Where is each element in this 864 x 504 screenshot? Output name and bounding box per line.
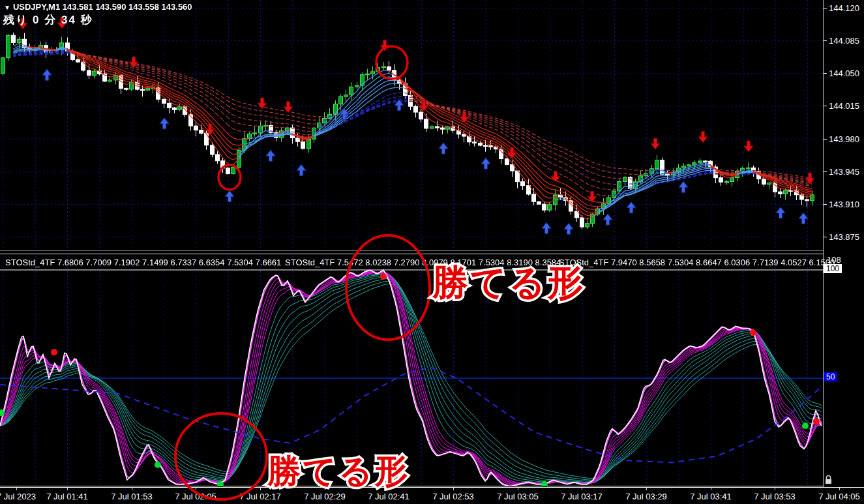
price-tick-mark bbox=[824, 8, 827, 8]
time-tick-mark bbox=[389, 488, 389, 490]
time-tick-label: 7 Jul 04:05 bbox=[818, 492, 860, 501]
time-tick-label: 7 Jul 03:53 bbox=[754, 492, 796, 501]
price-tick-mark bbox=[824, 73, 827, 74]
time-tick-mark bbox=[196, 488, 196, 490]
time-tick-mark bbox=[775, 488, 775, 490]
time-axis[interactable]: 7 Jul 20237 Jul 01:417 Jul 01:537 Jul 02… bbox=[0, 487, 864, 504]
price-tick-mark bbox=[824, 106, 827, 106]
indicator-header: STOStd_4TF 7.6806 7.7009 7.1902 7.1499 6… bbox=[5, 258, 281, 267]
panel-separator[interactable] bbox=[0, 250, 823, 251]
indicator-header: STOStd_4TF 7.9470 8.5658 7.5304 8.6647 6… bbox=[559, 258, 835, 267]
chart-window: ▼USDJPY,M1 143.581 143.590 143.558 143.5… bbox=[0, 0, 864, 504]
indicator-header: STOStd_4TF 7.5472 8.0238 7.2790 8.0979 8… bbox=[285, 258, 561, 267]
scale-lock-icon[interactable] bbox=[824, 475, 833, 484]
time-tick-label: 7 Jul 02:29 bbox=[304, 492, 346, 501]
time-tick-label: 7 Jul 01:41 bbox=[46, 492, 88, 501]
price-tick-label: 144.120 bbox=[829, 3, 859, 13]
candle-countdown-timer: 残り 0 分 34 秒 bbox=[3, 12, 93, 27]
symbol-ohlc-quote: 143.581 143.590 143.558 143.560 bbox=[63, 2, 192, 12]
time-tick-mark bbox=[67, 488, 68, 490]
time-tick-label: 7 Jul 03:29 bbox=[625, 492, 667, 501]
time-tick-mark bbox=[518, 488, 518, 490]
time-tick-label: 7 Jul 2023 bbox=[0, 492, 36, 501]
price-tick-mark bbox=[824, 139, 827, 140]
time-tick-label: 7 Jul 03:05 bbox=[497, 492, 539, 501]
time-tick-mark bbox=[132, 488, 132, 490]
time-tick-label: 7 Jul 02:17 bbox=[239, 492, 281, 501]
time-tick-mark bbox=[453, 488, 454, 490]
price-axis[interactable]: 144.120144.085144.050144.015143.980143.9… bbox=[823, 0, 864, 487]
price-tick-label: 144.015 bbox=[829, 101, 859, 111]
symbol-header: ▼USDJPY,M1 143.581 143.590 143.558 143.5… bbox=[4, 2, 192, 12]
time-tick-label: 7 Jul 03:41 bbox=[690, 492, 732, 501]
price-tick-label: 143.980 bbox=[829, 134, 859, 143]
price-tick-mark bbox=[824, 40, 827, 41]
symbol-label: USDJPY,M1 bbox=[13, 2, 60, 12]
price-tick-label: 144.085 bbox=[829, 36, 859, 46]
indicator-level-50-chip: 50 bbox=[824, 372, 837, 381]
main-price-chart-canvas[interactable] bbox=[0, 0, 823, 250]
time-tick-mark bbox=[260, 488, 261, 490]
time-tick-label: 7 Jul 02:41 bbox=[368, 492, 410, 501]
time-tick-mark bbox=[839, 488, 840, 490]
price-tick-label: 143.910 bbox=[829, 199, 859, 209]
price-tick-mark bbox=[824, 171, 827, 172]
time-tick-mark bbox=[711, 488, 711, 490]
time-tick-label: 7 Jul 03:17 bbox=[561, 492, 603, 501]
time-tick-label: 7 Jul 02:05 bbox=[175, 492, 216, 501]
price-tick-label: 144.050 bbox=[829, 68, 859, 78]
time-tick-label: 7 Jul 02:53 bbox=[432, 492, 474, 501]
stochastic-indicator-canvas[interactable] bbox=[0, 252, 823, 486]
price-tick-label: 143.875 bbox=[829, 231, 859, 241]
time-tick-mark bbox=[325, 488, 325, 490]
time-tick-mark bbox=[582, 488, 582, 490]
price-tick-mark bbox=[824, 237, 827, 237]
time-tick-mark bbox=[16, 488, 17, 490]
price-tick-label: 143.945 bbox=[829, 166, 859, 176]
price-tick-mark bbox=[824, 204, 827, 205]
time-tick-label: 7 Jul 01:53 bbox=[111, 492, 153, 501]
symbol-dropdown-icon[interactable]: ▼ bbox=[4, 4, 10, 11]
time-tick-mark bbox=[646, 488, 647, 490]
